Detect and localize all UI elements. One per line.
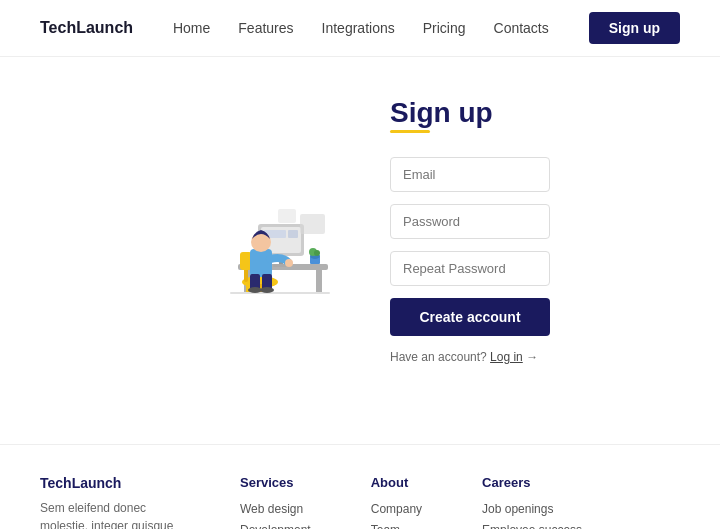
footer-job-openings[interactable]: Job openings (482, 502, 553, 516)
main-content: Sign up Create account Have an account? … (0, 57, 720, 384)
logo: TechLaunch (40, 19, 133, 37)
footer-about: About Company Team Legacy (371, 475, 422, 529)
login-prompt: Have an account? Log in → (390, 350, 590, 364)
signup-form: Create account (390, 157, 590, 336)
nav-features[interactable]: Features (238, 20, 293, 36)
svg-rect-3 (316, 270, 322, 292)
footer: TechLaunch Sem eleifend donec molestie. … (0, 444, 720, 529)
footer-careers: Careers Job openings Employee success Be… (482, 475, 582, 529)
footer-services-title: Services (240, 475, 311, 490)
footer-company[interactable]: Company (371, 502, 422, 516)
footer-team[interactable]: Team (371, 523, 400, 529)
svg-rect-0 (230, 292, 330, 294)
create-account-button[interactable]: Create account (390, 298, 550, 336)
login-link[interactable]: Log in (490, 350, 523, 364)
repeat-password-field[interactable] (390, 251, 550, 286)
page-title: Sign up (390, 97, 493, 129)
nav-home[interactable]: Home (173, 20, 210, 36)
nav-pricing[interactable]: Pricing (423, 20, 466, 36)
svg-rect-9 (288, 230, 298, 238)
nav-links: Home Features Integrations Pricing Conta… (173, 20, 549, 36)
svg-rect-27 (278, 209, 296, 223)
footer-services: Services Web design Development Hosting (240, 475, 311, 529)
illustration (130, 144, 330, 317)
footer-logo: TechLaunch (40, 475, 180, 491)
password-field[interactable] (390, 204, 550, 239)
email-field[interactable] (390, 157, 550, 192)
nav-integrations[interactable]: Integrations (322, 20, 395, 36)
footer-tagline: Sem eleifend donec molestie. integer qui… (40, 499, 180, 529)
footer-webdesign[interactable]: Web design (240, 502, 303, 516)
arrow-icon: → (526, 350, 538, 364)
footer-brand: TechLaunch Sem eleifend donec molestie. … (40, 475, 180, 529)
footer-top: TechLaunch Sem eleifend donec molestie. … (40, 475, 680, 529)
svg-point-24 (248, 287, 262, 293)
signup-button[interactable]: Sign up (589, 12, 680, 44)
svg-rect-19 (250, 249, 272, 277)
footer-about-title: About (371, 475, 422, 490)
footer-development[interactable]: Development (240, 523, 311, 529)
nav-contacts[interactable]: Contacts (494, 20, 549, 36)
navbar: TechLaunch Home Features Integrations Pr… (0, 0, 720, 57)
svg-rect-26 (300, 214, 325, 234)
signup-section: Sign up Create account Have an account? … (390, 97, 590, 364)
footer-careers-title: Careers (482, 475, 582, 490)
svg-point-21 (285, 259, 293, 267)
footer-employee-success[interactable]: Employee success (482, 523, 582, 529)
svg-point-13 (314, 250, 320, 256)
svg-point-25 (260, 287, 274, 293)
